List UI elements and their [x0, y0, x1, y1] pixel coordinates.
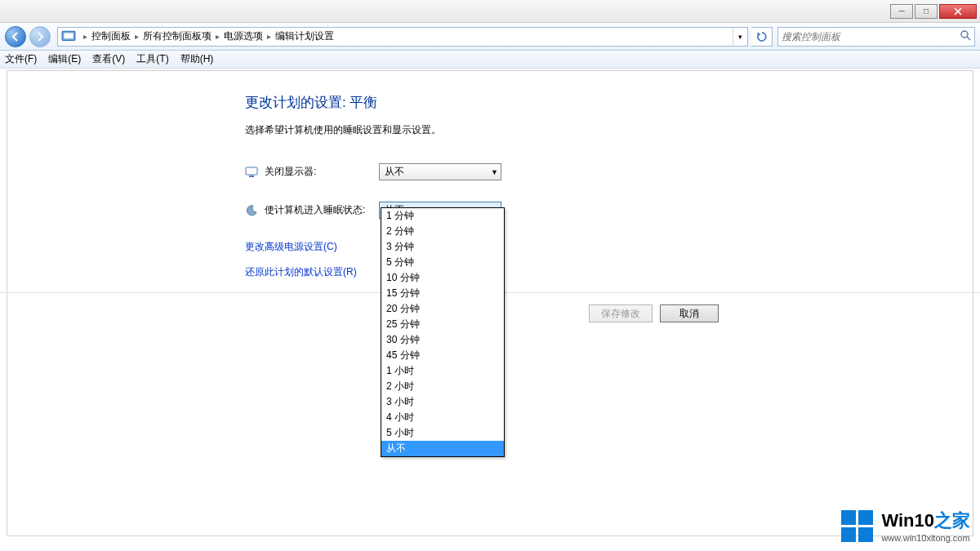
- watermark: Win10之家 www.win10xitong.com: [841, 509, 970, 543]
- menu-tools[interactable]: 工具(T): [136, 52, 168, 66]
- display-off-combo[interactable]: 从不 ▼: [379, 163, 501, 180]
- dropdown-option[interactable]: 20 分钟: [381, 301, 504, 317]
- dropdown-option[interactable]: 5 小时: [381, 425, 504, 441]
- back-button[interactable]: [5, 26, 26, 47]
- close-button[interactable]: [939, 4, 977, 19]
- chevron-right-icon: ▸: [267, 32, 271, 41]
- page-subtitle: 选择希望计算机使用的睡眠设置和显示设置。: [245, 123, 980, 137]
- svg-line-3: [967, 37, 970, 40]
- breadcrumb-item[interactable]: 编辑计划设置: [275, 29, 334, 43]
- refresh-button[interactable]: [751, 27, 773, 47]
- maximize-icon: □: [924, 7, 929, 16]
- breadcrumb-item[interactable]: 电源选项: [224, 29, 263, 43]
- page-title: 更改计划的设置: 平衡: [245, 93, 980, 112]
- refresh-icon: [756, 31, 768, 42]
- watermark-url: www.win10xitong.com: [881, 533, 970, 543]
- dropdown-option[interactable]: 30 分钟: [381, 332, 504, 348]
- dropdown-option[interactable]: 15 分钟: [381, 286, 504, 301]
- watermark-brand: Win10之家: [881, 509, 970, 533]
- link-advanced-power[interactable]: 更改高级电源设置(C): [245, 240, 980, 254]
- search-box[interactable]: [777, 27, 975, 47]
- forward-button[interactable]: [29, 26, 51, 47]
- search-input[interactable]: [782, 31, 971, 42]
- forward-arrow-icon: [35, 32, 45, 42]
- svg-rect-1: [64, 33, 73, 38]
- dropdown-option[interactable]: 25 分钟: [381, 317, 504, 332]
- chevron-right-icon: ▸: [135, 32, 139, 41]
- menu-help[interactable]: 帮助(H): [180, 52, 214, 66]
- control-panel-icon: [61, 29, 76, 44]
- address-bar[interactable]: ▸ 控制面板 ▸ 所有控制面板项 ▸ 电源选项 ▸ 编辑计划设置 ▾: [57, 27, 748, 47]
- chevron-right-icon: ▸: [83, 32, 87, 41]
- save-button: 保存修改: [589, 304, 653, 322]
- display-off-value: 从不: [385, 165, 404, 179]
- menu-edit[interactable]: 编辑(E): [48, 52, 81, 66]
- dropdown-option[interactable]: 4 小时: [381, 410, 504, 425]
- sleep-label: 使计算机进入睡眠状态:: [265, 203, 379, 217]
- dropdown-option[interactable]: 2 分钟: [381, 224, 504, 239]
- svg-rect-4: [246, 167, 257, 175]
- breadcrumb-item[interactable]: 所有控制面板项: [143, 29, 212, 43]
- breadcrumb-item[interactable]: 控制面板: [91, 29, 131, 43]
- dropdown-option[interactable]: 2 小时: [381, 379, 504, 394]
- menu-view[interactable]: 查看(V): [92, 52, 125, 66]
- sleep-dropdown-list[interactable]: 1 分钟2 分钟3 分钟5 分钟10 分钟15 分钟20 分钟25 分钟30 分…: [381, 207, 505, 457]
- dropdown-option[interactable]: 从不: [381, 441, 504, 456]
- display-icon: [245, 166, 258, 179]
- chevron-right-icon: ▸: [216, 32, 220, 41]
- close-icon: [954, 7, 962, 16]
- menu-file[interactable]: 文件(F): [5, 52, 37, 66]
- svg-rect-5: [249, 176, 254, 177]
- breadcrumb: ▸ 控制面板 ▸ 所有控制面板项 ▸ 电源选项 ▸ 编辑计划设置: [79, 29, 733, 43]
- watermark-logo-icon: [841, 510, 873, 542]
- minimize-icon: ─: [898, 7, 904, 16]
- display-off-label: 关闭显示器:: [265, 165, 379, 179]
- dropdown-option[interactable]: 5 分钟: [381, 255, 504, 270]
- link-restore-defaults[interactable]: 还原此计划的默认设置(R): [245, 265, 980, 279]
- svg-point-2: [961, 31, 968, 38]
- minimize-button[interactable]: ─: [890, 4, 913, 19]
- setting-sleep: 使计算机进入睡眠状态: 从不 ▼: [245, 202, 980, 219]
- maximize-button[interactable]: □: [915, 4, 938, 19]
- back-arrow-icon: [11, 32, 20, 42]
- dropdown-option[interactable]: 45 分钟: [381, 348, 504, 363]
- moon-icon: [245, 204, 258, 217]
- dropdown-option[interactable]: 3 小时: [381, 394, 504, 410]
- chevron-down-icon: ▾: [738, 33, 742, 41]
- menu-bar: 文件(F) 编辑(E) 查看(V) 工具(T) 帮助(H): [0, 51, 980, 69]
- cancel-button[interactable]: 取消: [660, 304, 719, 322]
- chevron-down-icon: ▼: [491, 168, 498, 176]
- window-titlebar: ─ □: [0, 0, 980, 23]
- search-icon: [960, 29, 971, 43]
- dropdown-option[interactable]: 3 分钟: [381, 239, 504, 255]
- address-dropdown-button[interactable]: ▾: [733, 28, 747, 46]
- dropdown-option[interactable]: 1 小时: [381, 363, 504, 379]
- navigation-bar: ▸ 控制面板 ▸ 所有控制面板项 ▸ 电源选项 ▸ 编辑计划设置 ▾: [0, 23, 980, 51]
- dropdown-option[interactable]: 1 分钟: [381, 208, 504, 224]
- setting-display-off: 关闭显示器: 从不 ▼: [245, 163, 980, 180]
- dropdown-option[interactable]: 10 分钟: [381, 270, 504, 286]
